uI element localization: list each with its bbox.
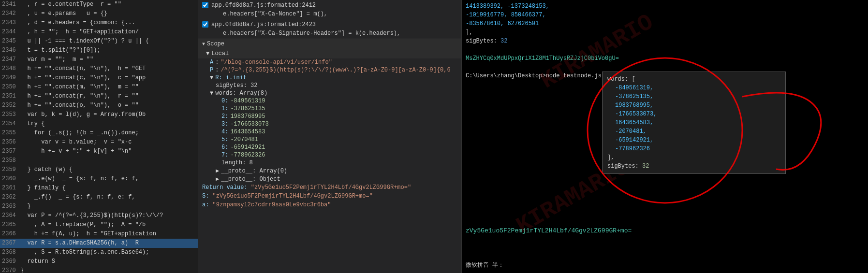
line-number: 2357	[0, 147, 20, 156]
line-content: }	[20, 266, 198, 273]
breakpoint-row-2[interactable]: app.0fd8d8a7.js:formatted:2423 e.headers…	[198, 19, 461, 39]
term-line-3: -835678610, 627626501	[466, 19, 864, 28]
line-content: , A = t.replace(P, ""); A = "/b	[20, 220, 198, 230]
line-content: h += "".concat(r, "\n"), r = ""	[20, 92, 198, 101]
line-content: h += "".concat(n, "\n"), h = "GET	[20, 64, 198, 73]
code-line-2345: 2345 u || -1 === t.indexOf("?") ? u || (	[0, 37, 198, 46]
line-number: 2365	[0, 220, 20, 230]
popup-sigbytes: sigBytes: 32	[607, 162, 780, 171]
line-content: var v = b.value; v = "x-c	[20, 138, 198, 147]
scope-word-item: 3: -1766533073	[198, 120, 461, 128]
scope-triangle: ▼	[202, 42, 205, 47]
scope-r-key: R: i.init	[215, 74, 247, 81]
words-label: words: Array(8)	[215, 90, 267, 97]
term-line-1: 1413389392, -1373248153,	[466, 2, 864, 11]
line-content: h += f(A, u); h = "GET+application	[20, 230, 198, 239]
return-value-section: Return value: "zVy5Ge1uo5F2Pemj1rTYL2H4L…	[198, 183, 461, 192]
line-number: 2354	[0, 119, 20, 129]
popup-val-1: -849561319,	[607, 84, 780, 92]
code-line-2364: 2364 var P = /^(?=^.{3,255}$)(http(s)?:\…	[0, 211, 198, 220]
line-number: 2362	[0, 193, 20, 202]
scope-proto1[interactable]: ▶ __proto__: Array(0)	[198, 167, 461, 175]
line-content: try {	[20, 119, 198, 129]
line-number: 2342	[0, 9, 20, 18]
line-number: 2366	[0, 230, 20, 239]
local-header[interactable]: ▼ Local	[198, 49, 461, 58]
line-content: var P = /^(?=^.{3,255}$)(http(s)?:\/\/?	[20, 211, 198, 220]
terminal-bottom: zVy5Ge1uo5F2Pemj1rTYL2H4Lbf/4Ggv2LZG99GR…	[466, 227, 632, 249]
line-content: var b, k = l(d), g = Array.from(Ob	[20, 110, 198, 119]
code-line-2350: 2350 h += "".concat(m, "\n"), m = ""	[0, 83, 198, 92]
local-triangle: ▼	[206, 50, 209, 57]
line-number: 2346	[0, 46, 20, 55]
scope-p: P : /^(?=^.{3,255}$)(http(s)?:\/\/?)(www…	[198, 66, 461, 74]
sig-bytes-label: sigBytes: 32	[216, 82, 257, 89]
code-line-2357: 2357 h += v + ":" + k[v] + "\n"	[0, 147, 198, 156]
debug-panel[interactable]: app.0fd8d8a7.js:formatted:2412 e.headers…	[198, 0, 462, 273]
scope-header[interactable]: ▼ Scope	[198, 39, 461, 49]
code-line-2347: 2347 var m = ""; m = ""	[0, 55, 198, 64]
line-number: 2347	[0, 55, 20, 64]
line-number: 2345	[0, 37, 20, 46]
breakpoint-checkbox-2[interactable]	[202, 21, 208, 28]
popup-val-5: 1643654583,	[607, 118, 780, 127]
line-number: 2359	[0, 165, 20, 174]
code-line-2353: 2353 var b, k = l(d), g = Array.from(Ob	[0, 110, 198, 119]
scope-word-item: 0: -849561319	[198, 97, 461, 105]
proto2-triangle: ▶	[216, 175, 219, 183]
popup-val-8: -778962326	[607, 144, 780, 153]
breakpoint-checkbox-1[interactable]	[202, 2, 208, 8]
code-line-2348: 2348 h += "".concat(n, "\n"), h = "GET	[0, 64, 198, 73]
s-value-section: S: "zVy5Ge1uo5F2Pemj1rTYL2H4Lbf/4Ggv2LZG…	[198, 192, 461, 201]
term-line-7: MsZHYCq0xMdUPpxQriX1Z8M1ThUysRZJzjC0biVo…	[466, 54, 864, 63]
scope-a: A : "/blog-console-api/v1/user/info"	[198, 58, 461, 66]
line-number: 2356	[0, 138, 20, 147]
scope-proto2[interactable]: ▶ __proto__: Object	[198, 175, 461, 183]
scope-word-item: 5: -2070481	[198, 136, 461, 144]
a2-value-section: a: "9znpamsyl2c7cdrr9sas0Le9vbc3r6ba"	[198, 201, 461, 209]
popup-val-7: -659142921,	[607, 136, 780, 144]
breakpoint-code-1: e.headers["X-Ca-Nonce"] = m(),	[211, 10, 327, 18]
line-content: h += "".concat(c, "\n"), c = "app	[20, 73, 198, 83]
scope-sig-bytes: sigBytes: 32	[198, 82, 461, 89]
popup-words-line: words: [	[607, 75, 780, 84]
breakpoint-file-1: app.0fd8d8a7.js:formatted:2412	[211, 1, 327, 10]
code-line-2356: 2356 var v = b.value; v = "x-c	[0, 138, 198, 147]
code-line-2359: 2359 } catch (w) {	[0, 165, 198, 174]
scope-word-item: 1: -378625135	[198, 105, 461, 113]
term-line-8	[466, 63, 864, 72]
scope-word-item: 7: -778962326	[198, 151, 461, 159]
code-line-2365: 2365 , A = t.replace(P, ""); A = "/b	[0, 220, 198, 230]
breakpoint-file-2: app.0fd8d8a7.js:formatted:2423	[211, 20, 400, 29]
breakpoint-row-1[interactable]: app.0fd8d8a7.js:formatted:2412 e.headers…	[198, 0, 461, 19]
code-line-2362: 2362 _.f() _ = {s: f, n: f, e: f,	[0, 193, 198, 202]
line-number: 2367	[0, 239, 20, 248]
line-number: 2355	[0, 129, 20, 138]
a2-val-text: "9znpamsyl2c7cdrr9sas0Le9vbc3r6ba"	[213, 201, 331, 208]
scope-a-key: A	[210, 59, 213, 66]
code-line-2369: 2369 return S	[0, 257, 198, 266]
scope-label: Scope	[207, 41, 224, 47]
code-editor: 2341 , r = e.contentType r = ""2342 , u …	[0, 0, 198, 273]
line-content: } finally {	[20, 184, 198, 193]
line-content: h += v + ":" + k[v] + "\n"	[20, 147, 198, 156]
scope-words-header[interactable]: ▼ words: Array(8)	[198, 89, 461, 97]
line-content: , r = e.contentType r = ""	[20, 0, 198, 9]
r-triangle: ▼	[210, 74, 213, 81]
scope-word-item: 4: 1643654583	[198, 128, 461, 136]
term-blank	[466, 234, 632, 242]
scope-p-key: P	[210, 67, 213, 73]
popup-val-2: -378625135,	[607, 92, 780, 101]
code-line-2366: 2366 h += f(A, u); h = "GET+application	[0, 230, 198, 239]
code-line-2358: 2358	[0, 156, 198, 165]
scope-r-header[interactable]: ▼ R: i.init	[198, 74, 461, 82]
code-line-2351: 2351 h += "".concat(r, "\n"), r = ""	[0, 92, 198, 101]
line-content: u || -1 === t.indexOf("?") ? u || (	[20, 37, 198, 46]
s-label: S:	[202, 193, 209, 200]
line-number: 2343	[0, 18, 20, 28]
scope-p-val: /^(?=^.{3,255}$)(http(s)?:\/\/?)(www\.)?…	[221, 67, 450, 73]
line-number: 2360	[0, 174, 20, 184]
line-content: t = t.split("?")[0]);	[20, 46, 198, 55]
line-content: , h = ""; h = "GET+application/	[20, 28, 198, 37]
line-number: 2344	[0, 28, 20, 37]
